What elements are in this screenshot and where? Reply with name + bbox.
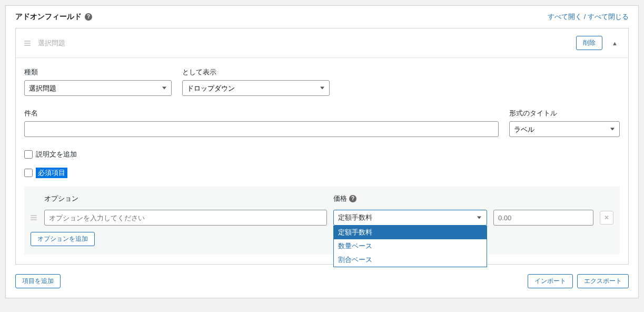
collapse-all-link[interactable]: すべて閉じる	[588, 13, 629, 21]
required-row: 必須項目	[24, 168, 620, 178]
field-header: 選択問題 削除 ▲	[16, 28, 628, 58]
help-icon[interactable]: ?	[349, 195, 356, 202]
panel-actions: すべて開く / すべて閉じる	[548, 12, 629, 22]
options-box: オプション 価格 ? 定額手数料	[24, 187, 620, 255]
option-row: 定額手数料 定額手数料 数量ベース 割合ベース ✕	[31, 210, 613, 226]
title-format-select[interactable]: ラベル	[509, 121, 620, 137]
display-as-select[interactable]: ドロップダウン	[182, 80, 330, 96]
panel-title: アドオンフィールド ?	[15, 12, 92, 22]
field-body: 種類 選択問題 として表示 ドロップダウン	[16, 58, 628, 264]
footer-row: 項目を追加 インポート エクスポート	[6, 274, 638, 298]
subject-label: 件名	[24, 109, 499, 118]
price-type-dropdown: 定額手数料 数量ベース 割合ベース	[333, 226, 487, 267]
title-format-group: 形式のタイトル ラベル	[509, 109, 620, 137]
remove-option-button[interactable]: ✕	[600, 211, 613, 225]
price-column-label: 価格 ?	[333, 194, 487, 203]
display-as-label: として表示	[182, 67, 330, 77]
separator: /	[582, 13, 588, 21]
add-description-row: 説明文を追加	[24, 150, 620, 159]
subject-input[interactable]	[24, 121, 499, 137]
type-select[interactable]: 選択問題	[24, 80, 172, 96]
type-label: 種類	[24, 67, 172, 77]
add-description-label: 説明文を追加	[36, 150, 77, 159]
help-icon[interactable]: ?	[85, 13, 92, 21]
field-box: 選択問題 削除 ▲ 種類 選択問題 として表示	[15, 28, 629, 265]
option-price-input[interactable]	[493, 210, 593, 226]
required-checkbox[interactable]	[24, 169, 33, 177]
options-header: オプション 価格 ?	[31, 194, 613, 203]
expand-all-link[interactable]: すべて開く	[548, 13, 582, 21]
delete-button[interactable]: 削除	[576, 36, 602, 50]
dropdown-item-flat-fee[interactable]: 定額手数料	[334, 226, 487, 239]
required-label: 必須項目	[36, 168, 67, 178]
collapse-toggle-icon[interactable]: ▲	[610, 40, 620, 46]
subject-group: 件名	[24, 109, 499, 137]
display-as-group: として表示 ドロップダウン	[182, 67, 330, 96]
addon-fields-panel: アドオンフィールド ? すべて開く / すべて閉じる 選択問題 削除 ▲ 種類 …	[5, 5, 639, 298]
dropdown-item-qty-based[interactable]: 数量ベース	[334, 239, 487, 253]
export-button[interactable]: エクスポート	[577, 274, 629, 288]
import-button[interactable]: インポート	[528, 274, 573, 288]
title-format-label: 形式のタイトル	[509, 109, 620, 118]
add-option-button[interactable]: オプションを追加	[31, 232, 95, 246]
drag-handle-icon[interactable]	[24, 41, 31, 46]
add-item-button[interactable]: 項目を追加	[15, 274, 61, 288]
dropdown-item-pct-based[interactable]: 割合ベース	[334, 253, 487, 267]
option-column-label: オプション	[44, 194, 327, 203]
panel-header: アドオンフィールド ? すべて開く / すべて閉じる	[6, 6, 638, 28]
add-description-checkbox[interactable]	[24, 150, 33, 159]
price-type-selected-value[interactable]: 定額手数料	[333, 210, 487, 226]
price-type-select[interactable]: 定額手数料 定額手数料 数量ベース 割合ベース	[333, 210, 487, 226]
type-group: 種類 選択問題	[24, 67, 172, 96]
field-header-title: 選択問題	[38, 38, 569, 48]
option-name-input[interactable]	[44, 210, 327, 226]
drag-handle-icon[interactable]	[31, 215, 38, 220]
panel-title-text: アドオンフィールド	[15, 12, 82, 22]
